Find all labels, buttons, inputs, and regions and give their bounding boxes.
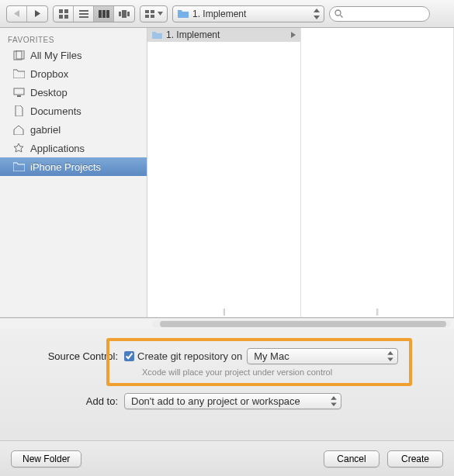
sidebar-item-label: Desktop: [30, 87, 68, 98]
column-1[interactable]: 1. Implement ||: [147, 28, 301, 317]
column-resize-handle[interactable]: ||: [223, 308, 225, 316]
svg-rect-6: [79, 10, 88, 12]
cancel-button[interactable]: Cancel: [324, 450, 379, 467]
svg-rect-5: [64, 15, 68, 19]
back-button[interactable]: [7, 6, 27, 22]
create-label: Create: [401, 454, 429, 464]
arrange-button-group: [140, 5, 168, 22]
source-control-row: Source Control: Create git repository on…: [16, 346, 438, 366]
svg-marker-21: [314, 16, 320, 19]
create-button[interactable]: Create: [387, 450, 443, 467]
svg-rect-12: [119, 12, 121, 16]
updown-icon: [313, 8, 321, 20]
column-view-button[interactable]: [94, 6, 114, 22]
svg-marker-30: [387, 357, 393, 361]
coverflow-icon: [119, 10, 130, 18]
columns-icon: [99, 10, 109, 18]
addto-value: Don't add to any project or workspace: [131, 395, 300, 407]
sidebar-item-dropbox[interactable]: Dropbox: [0, 64, 147, 83]
sidebar-item-all-my-files[interactable]: All My Files: [0, 46, 147, 64]
svg-marker-19: [158, 12, 163, 16]
svg-rect-11: [106, 10, 109, 18]
horizontal-scrollbar[interactable]: [0, 318, 454, 329]
forward-button[interactable]: [27, 6, 47, 22]
svg-marker-1: [35, 10, 40, 17]
search-icon: [334, 9, 343, 18]
column-resize-handle[interactable]: ||: [376, 308, 378, 316]
sidebar-item-label: iPhone Projects: [30, 161, 101, 173]
arrange-button[interactable]: [140, 6, 167, 22]
column-item-implement[interactable]: 1. Implement: [147, 28, 300, 42]
svg-rect-4: [59, 15, 63, 19]
footer: New Folder Cancel Create: [0, 440, 454, 476]
search-field[interactable]: [329, 6, 430, 22]
svg-rect-16: [151, 10, 154, 13]
svg-rect-15: [145, 10, 149, 13]
svg-rect-8: [79, 16, 88, 18]
view-buttons: [53, 5, 135, 22]
options-panel: Source Control: Create git repository on…: [0, 329, 454, 440]
coverflow-view-button[interactable]: [114, 6, 134, 22]
svg-rect-9: [99, 10, 102, 18]
sidebar-item-applications[interactable]: Applications: [0, 139, 147, 157]
list-view-button[interactable]: [74, 6, 94, 22]
git-location-value: My Mac: [254, 350, 289, 362]
updown-icon: [386, 350, 394, 362]
svg-rect-24: [14, 51, 22, 60]
browse-area: FAVORITES All My Files Dropbox Desktop D…: [0, 28, 454, 318]
desktop-icon: [12, 87, 25, 98]
icon-view-button[interactable]: [54, 6, 74, 22]
sidebar-item-desktop[interactable]: Desktop: [0, 83, 147, 102]
chevron-down-icon: [158, 12, 163, 16]
column-2[interactable]: ||: [301, 28, 455, 317]
sidebar-item-documents[interactable]: Documents: [0, 102, 147, 120]
grid-icon: [59, 9, 68, 19]
svg-rect-27: [17, 95, 21, 97]
addto-popup[interactable]: Don't add to any project or workspace: [124, 393, 341, 409]
path-label: 1. Implement: [192, 9, 246, 19]
sidebar: FAVORITES All My Files Dropbox Desktop D…: [0, 28, 147, 317]
svg-rect-2: [59, 9, 63, 13]
svg-marker-29: [387, 350, 393, 354]
sidebar-item-label: All My Files: [30, 50, 81, 61]
sidebar-item-label: Applications: [30, 143, 85, 154]
nav-buttons: [6, 5, 48, 22]
svg-rect-10: [102, 10, 106, 18]
sidebar-item-label: gabriel: [30, 124, 61, 136]
sidebar-item-iphone-projects[interactable]: iPhone Projects: [0, 157, 147, 176]
column-item-label: 1. Implement: [166, 29, 220, 40]
triangle-left-icon: [14, 10, 20, 17]
svg-line-23: [341, 16, 343, 18]
svg-rect-3: [64, 9, 68, 13]
folder-icon: [12, 68, 25, 79]
git-checkbox[interactable]: [124, 351, 134, 361]
new-folder-button[interactable]: New Folder: [11, 450, 81, 467]
applications-icon: [12, 143, 25, 153]
sidebar-item-label: Dropbox: [30, 68, 68, 80]
all-files-icon: [12, 50, 25, 60]
svg-marker-20: [314, 9, 320, 12]
svg-rect-26: [14, 88, 24, 95]
sidebar-item-label: Documents: [30, 105, 81, 117]
addto-row: Add to: Don't add to any project or work…: [16, 391, 438, 411]
svg-rect-13: [122, 10, 126, 18]
home-icon: [12, 124, 25, 135]
toolbar: 1. Implement: [0, 0, 454, 28]
svg-rect-14: [127, 12, 130, 16]
folder-icon: [152, 31, 162, 39]
source-control-label: Source Control:: [16, 350, 124, 362]
scrollbar-thumb[interactable]: [160, 321, 446, 327]
svg-marker-28: [291, 32, 296, 38]
git-location-popup[interactable]: My Mac: [247, 348, 398, 364]
folder-icon: [12, 161, 25, 172]
svg-rect-18: [151, 15, 154, 18]
sidebar-header: FAVORITES: [0, 33, 147, 46]
sidebar-item-gabriel[interactable]: gabriel: [0, 120, 147, 139]
svg-rect-25: [16, 50, 24, 59]
triangle-right-icon: [291, 32, 296, 38]
cancel-label: Cancel: [337, 454, 366, 464]
path-popup[interactable]: 1. Implement: [172, 5, 324, 22]
column-browser: 1. Implement || ||: [147, 28, 454, 317]
svg-marker-32: [331, 402, 337, 406]
svg-rect-17: [145, 15, 149, 18]
